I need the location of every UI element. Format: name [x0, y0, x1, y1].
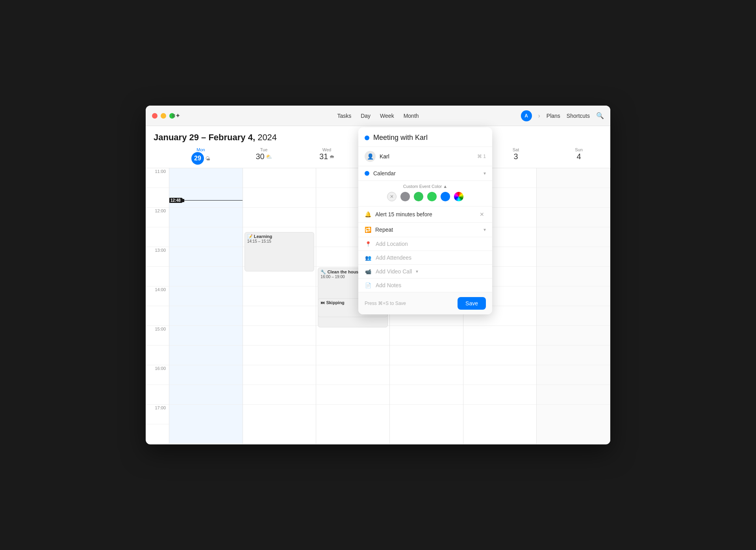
event-learning[interactable]: 📝 Learning 14:15 – 15:15: [245, 232, 315, 271]
add-location-field[interactable]: 📍 Add Location: [358, 237, 492, 251]
color-swatch-none[interactable]: ✕: [387, 192, 397, 201]
mon-slot-5[interactable]: [169, 267, 243, 286]
color-swatch-multicolor[interactable]: [454, 192, 463, 201]
mon-slot-6[interactable]: [169, 286, 243, 306]
sat-slot-2[interactable]: [537, 208, 610, 227]
tue-slot-0[interactable]: [243, 168, 316, 188]
mon-slot-8[interactable]: [169, 326, 243, 346]
tue-slot-10[interactable]: [243, 365, 316, 385]
plans-button[interactable]: Plans: [547, 113, 560, 119]
thu-slot-11[interactable]: [390, 385, 463, 405]
day-name-mon: Mon: [169, 147, 232, 152]
fri-slot-8[interactable]: [463, 326, 537, 346]
sat-slot-3[interactable]: [537, 227, 610, 247]
save-hint: Press ⌘+S to Save: [365, 301, 406, 306]
day-col-mon[interactable]: 12:48: [169, 168, 243, 444]
user-avatar[interactable]: A: [521, 110, 532, 121]
day-num-sat: 3: [513, 152, 518, 161]
close-button[interactable]: [152, 113, 158, 119]
alert-close-icon[interactable]: ✕: [478, 210, 486, 218]
time-1100: 11:00: [146, 168, 169, 188]
color-section: Custom Event Color ▲ ✕: [358, 181, 492, 206]
nav-forward-icon[interactable]: ›: [538, 112, 540, 119]
color-swatch-blue[interactable]: [441, 192, 450, 201]
weather-wed: 🌧: [329, 154, 334, 160]
menu-icon[interactable]: ≡✦: [172, 112, 180, 119]
tue-slot-1[interactable]: [243, 188, 316, 208]
search-icon[interactable]: 🔍: [596, 112, 604, 119]
day-header-mon[interactable]: Mon 29 🌤: [169, 146, 232, 166]
minimize-button[interactable]: [161, 113, 166, 119]
thu-slot-8[interactable]: [390, 326, 463, 346]
save-button[interactable]: Save: [458, 297, 486, 310]
calendar-chevron-icon: ▾: [484, 171, 486, 176]
color-section-label: Custom Event Color ▲: [365, 184, 486, 189]
time-1300: 13:00: [146, 247, 169, 267]
app-window: ≡✦ Tasks Day Week Month A › Plans Shortc…: [146, 106, 610, 444]
sat-slot-11[interactable]: [537, 385, 610, 405]
calendar-row[interactable]: Calendar ▾: [358, 166, 492, 181]
sat-slot-4[interactable]: [537, 247, 610, 267]
sat-slot-9[interactable]: [537, 346, 610, 365]
add-video-call-field[interactable]: 📹 Add Video Call ▾: [358, 265, 492, 279]
add-notes-field[interactable]: 📄 Add Notes: [358, 279, 492, 292]
tue-slot-9[interactable]: [243, 346, 316, 365]
day-col-tue[interactable]: 📝 Learning 14:15 – 15:15: [243, 168, 317, 444]
tab-day[interactable]: Day: [361, 111, 371, 121]
alert-label: Alert 15 minutes before: [375, 211, 474, 217]
wed-slot-8[interactable]: [316, 326, 389, 346]
fri-slot-9[interactable]: [463, 346, 537, 365]
tue-slot-2[interactable]: [243, 208, 316, 227]
wed-slot-9[interactable]: [316, 346, 389, 365]
day-header-sat[interactable]: Sat 3: [484, 146, 547, 166]
day-header-wed[interactable]: Wed 31 🌧: [295, 146, 358, 166]
mon-slot-4[interactable]: [169, 247, 243, 267]
add-attendees-field[interactable]: 👥 Add Attendees: [358, 251, 492, 265]
tue-slot-6[interactable]: [243, 286, 316, 306]
mon-slot-11[interactable]: [169, 385, 243, 405]
tue-slot-11[interactable]: [243, 385, 316, 405]
tab-week[interactable]: Week: [380, 111, 394, 121]
sat-slot-7[interactable]: [537, 306, 610, 326]
sat-slot-0[interactable]: [537, 168, 610, 188]
wed-slot-11[interactable]: [316, 385, 389, 405]
tab-tasks[interactable]: Tasks: [337, 111, 351, 121]
sat-slot-6[interactable]: [537, 286, 610, 306]
suggestion-row[interactable]: 👤 Karl ⌘ 1: [358, 147, 492, 166]
mon-slot-10[interactable]: [169, 365, 243, 385]
event-modal: 👤 Karl ⌘ 1 Calendar ▾ Custom Event Color…: [358, 127, 492, 314]
mon-slot-2[interactable]: [169, 208, 243, 227]
color-swatch-green2[interactable]: [427, 192, 437, 201]
repeat-row[interactable]: 🔁 Repeat ▾: [358, 223, 492, 237]
mon-slot-7[interactable]: [169, 306, 243, 326]
sat-slot-5[interactable]: [537, 267, 610, 286]
day-header-tue[interactable]: Tue 30 ⛅: [232, 146, 295, 166]
color-swatch-green1[interactable]: [414, 192, 423, 201]
color-swatch-gray[interactable]: [400, 192, 410, 201]
wed-slot-10[interactable]: [316, 365, 389, 385]
repeat-icon: 🔁: [365, 227, 371, 233]
shortcuts-button[interactable]: Shortcuts: [567, 113, 590, 119]
tue-slot-7[interactable]: [243, 306, 316, 326]
event-learning-time: 14:15 – 15:15: [247, 239, 312, 243]
mon-slot-0[interactable]: [169, 168, 243, 188]
day-name-sun: Sun: [547, 147, 610, 152]
sat-slot-8[interactable]: [537, 326, 610, 346]
sat-slot-10[interactable]: [537, 365, 610, 385]
mon-slot-9[interactable]: [169, 346, 243, 365]
time-blank6: [146, 385, 169, 405]
fri-slot-10[interactable]: [463, 365, 537, 385]
tab-month[interactable]: Month: [404, 111, 419, 121]
add-video-text: Add Video Call: [376, 268, 412, 275]
day-header-sun[interactable]: Sun 4: [547, 146, 610, 166]
date-range-start: January 29 – February 4,: [154, 132, 255, 142]
thu-slot-10[interactable]: [390, 365, 463, 385]
thu-slot-9[interactable]: [390, 346, 463, 365]
day-col-sat[interactable]: [537, 168, 610, 444]
event-title-input[interactable]: [373, 134, 486, 142]
sat-slot-1[interactable]: [537, 188, 610, 208]
tue-slot-8[interactable]: [243, 326, 316, 346]
mon-slot-3[interactable]: [169, 227, 243, 247]
attendees-icon: 👥: [365, 255, 372, 261]
fri-slot-11[interactable]: [463, 385, 537, 405]
